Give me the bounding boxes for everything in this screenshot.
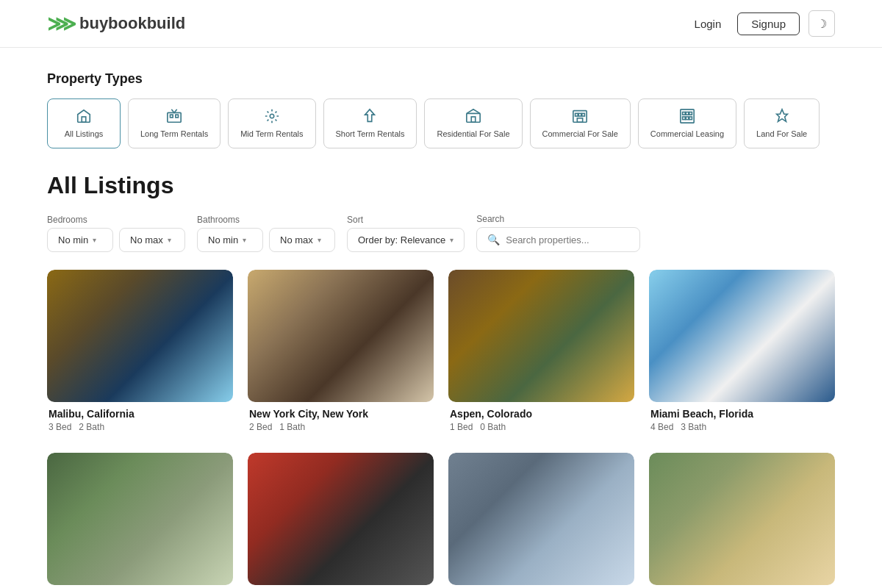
property-location: Aspen, Colorado [450, 408, 633, 420]
property-card[interactable]: Aspen, Colorado2 Bed1 Bath [47, 453, 233, 588]
svg-rect-5 [467, 113, 480, 122]
property-info: Miami Beach, Florida4 Bed3 Bath [649, 402, 835, 438]
property-info: New York City, New York2 Bed1 Bath [248, 402, 434, 438]
property-image [47, 270, 233, 402]
prop-type-icon-commercial-leasing [679, 108, 695, 124]
sort-label: Sort [347, 215, 465, 225]
property-location: New York City, New York [249, 408, 432, 420]
logo: ⋙ buybookbuild [47, 12, 185, 36]
prop-type-icon-all [76, 108, 92, 124]
property-info: Malibu, California3 Bed2 Bath [47, 402, 233, 438]
bathrooms-inputs: No min ▾ No max ▾ [197, 228, 335, 252]
property-type-mid-term[interactable]: Mid Term Rentals [228, 98, 315, 148]
property-types-list: All Listings Long Term Rentals Mid Term … [47, 98, 835, 148]
bed-max-chevron: ▾ [168, 236, 171, 244]
prop-type-icon-mid-term [264, 108, 280, 124]
filters-bar: Bedrooms No min ▾ No max ▾ Bathrooms [47, 214, 835, 252]
property-card[interactable]: Houston, Texas3 Bed2 Bath [248, 453, 434, 588]
signup-button[interactable]: Signup [737, 12, 800, 35]
bedrooms-filter: Bedrooms No min ▾ No max ▾ [47, 215, 185, 252]
property-grid: Malibu, California3 Bed2 BathNew York Ci… [47, 270, 835, 588]
search-box: 🔍 [476, 227, 640, 252]
header: ⋙ buybookbuild Login Signup ☽ [0, 0, 882, 48]
property-type-land-sale[interactable]: Land For Sale [744, 98, 820, 148]
prop-type-label-land-sale: Land For Sale [756, 129, 807, 139]
bed-max-value: No max [130, 234, 163, 245]
theme-icon: ☽ [817, 17, 827, 31]
property-card[interactable]: Miami Beach, Florida4 Bed3 Bath [649, 270, 835, 438]
property-bath: 1 Bath [279, 422, 305, 432]
prop-type-icon-commercial-sale [572, 108, 588, 124]
property-bed: 1 Bed [450, 422, 473, 432]
svg-rect-3 [176, 115, 179, 118]
property-type-all[interactable]: All Listings [47, 98, 121, 148]
bath-min-select[interactable]: No min ▾ [197, 228, 263, 252]
property-card[interactable]: San Francisco, California2 Bed2 Bath [448, 453, 634, 588]
property-info: Asheville, North Carolina3 Bed2 Bath [649, 585, 835, 588]
bathrooms-filter: Bathrooms No min ▾ No max ▾ [197, 215, 335, 252]
sort-select[interactable]: Order by: Relevance ▾ [347, 228, 465, 252]
bed-min-chevron: ▾ [93, 236, 96, 244]
property-image [448, 270, 634, 402]
property-type-commercial-sale[interactable]: Commercial For Sale [530, 98, 631, 148]
svg-rect-6 [471, 117, 476, 122]
property-image [248, 453, 434, 585]
property-bath: 0 Bath [480, 422, 506, 432]
svg-rect-12 [681, 110, 694, 123]
prop-type-label-all: All Listings [65, 129, 104, 139]
property-bed: 4 Bed [650, 422, 673, 432]
property-type-short-term[interactable]: Short Term Rentals [323, 98, 417, 148]
listings-title: All Listings [47, 172, 835, 199]
header-actions: Login Signup ☽ [687, 10, 835, 37]
search-input[interactable] [506, 234, 629, 245]
bedrooms-inputs: No min ▾ No max ▾ [47, 228, 185, 252]
property-image [248, 270, 434, 402]
svg-rect-14 [686, 112, 689, 115]
property-card[interactable]: Aspen, Colorado1 Bed0 Bath [448, 270, 634, 438]
property-card[interactable]: Malibu, California3 Bed2 Bath [47, 270, 233, 438]
bed-max-select[interactable]: No max ▾ [119, 228, 185, 252]
svg-rect-11 [578, 118, 583, 123]
prop-type-label-commercial-leasing: Commercial Leasing [650, 129, 724, 139]
search-label: Search [476, 214, 640, 224]
property-details: 4 Bed3 Bath [650, 422, 833, 432]
search-filter: Search 🔍 [476, 214, 640, 252]
bed-min-value: No min [58, 234, 88, 245]
bathrooms-label: Bathrooms [197, 215, 335, 225]
prop-type-label-commercial-sale: Commercial For Sale [542, 129, 618, 139]
prop-type-icon-residential-sale [465, 108, 481, 124]
svg-rect-8 [576, 113, 578, 116]
property-type-commercial-leasing[interactable]: Commercial Leasing [638, 98, 736, 148]
property-types-section: Property Types All Listings Long Term Re… [47, 71, 835, 148]
bath-max-chevron: ▾ [318, 236, 321, 244]
bedrooms-label: Bedrooms [47, 215, 185, 225]
sort-value: Order by: Relevance [358, 234, 445, 245]
property-type-long-term[interactable]: Long Term Rentals [128, 98, 220, 148]
bath-min-value: No min [208, 234, 238, 245]
listings-section: All Listings Bedrooms No min ▾ No max ▾ … [47, 172, 835, 588]
prop-type-icon-long-term [166, 108, 182, 124]
property-card[interactable]: Asheville, North Carolina3 Bed2 Bath [649, 453, 835, 588]
theme-toggle-button[interactable]: ☽ [808, 10, 835, 37]
svg-rect-9 [578, 113, 581, 116]
property-types-title: Property Types [47, 71, 835, 87]
property-details: 3 Bed2 Bath [49, 422, 232, 432]
property-image [47, 453, 233, 585]
bed-min-select[interactable]: No min ▾ [47, 228, 113, 252]
svg-rect-15 [689, 112, 692, 115]
property-info: Aspen, Colorado1 Bed0 Bath [448, 402, 634, 438]
property-bed: 2 Bed [249, 422, 272, 432]
property-card[interactable]: New York City, New York2 Bed1 Bath [248, 270, 434, 438]
property-type-residential-sale[interactable]: Residential For Sale [424, 98, 522, 148]
prop-type-icon-land-sale [774, 108, 790, 124]
prop-type-label-mid-term: Mid Term Rentals [240, 129, 303, 139]
property-bed: 3 Bed [49, 422, 71, 432]
bath-min-chevron: ▾ [243, 236, 246, 244]
prop-type-label-long-term: Long Term Rentals [140, 129, 208, 139]
property-bath: 2 Bath [79, 422, 104, 432]
svg-rect-18 [689, 117, 692, 120]
bath-max-select[interactable]: No max ▾ [269, 228, 335, 252]
svg-rect-10 [582, 113, 585, 116]
login-button[interactable]: Login [687, 13, 729, 35]
sort-filter: Sort Order by: Relevance ▾ [347, 215, 465, 252]
